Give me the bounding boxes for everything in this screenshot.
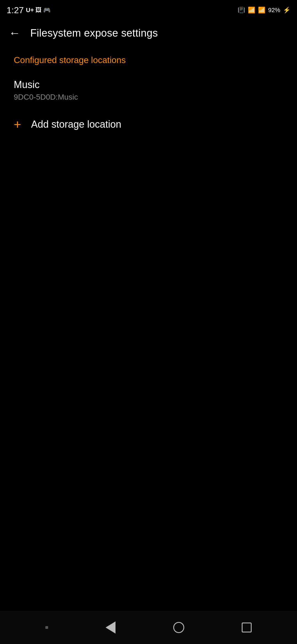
add-storage-button[interactable]: + Add storage location [11,113,286,136]
nav-dot-button [37,623,56,632]
add-storage-label: Add storage location [31,119,121,130]
carrier-badge: U+ [26,7,34,14]
status-icons-left: U+ 🖼 🎮 [26,7,51,14]
back-nav-button[interactable] [97,619,124,636]
wifi-icon: 📶 [248,7,255,14]
signal-icon: 📶 [258,7,265,14]
status-bar-left: 1:27 U+ 🖼 🎮 [7,5,51,15]
nav-dot-icon [45,626,48,629]
home-nav-icon [173,622,184,633]
recent-nav-icon [242,623,252,632]
storage-item-path: 9DC0-5D0D:Music [14,93,283,102]
back-button[interactable]: ← [7,25,23,41]
back-arrow-icon: ← [9,26,20,39]
recent-nav-button[interactable] [233,620,260,635]
status-bar-right: 📳 📶 📶 92% ⚡ [238,7,290,14]
main-content: Configured storage locations Music 9DC0-… [0,47,297,611]
status-time: 1:27 [7,5,24,15]
back-nav-icon [106,621,116,634]
storage-location-item[interactable]: Music 9DC0-5D0D:Music [11,76,286,110]
battery-text: 92% [268,7,280,14]
notification-icon: 🖼 [35,7,42,14]
vibrate-icon: 📳 [238,7,245,14]
status-bar: 1:27 U+ 🖼 🎮 📳 📶 📶 92% ⚡ [0,0,297,19]
nav-bar [0,611,297,644]
add-icon: + [14,118,21,131]
section-header: Configured storage locations [11,55,286,65]
storage-item-name: Music [14,79,283,91]
app-icon: 🎮 [43,7,51,14]
app-bar-title: Filesystem expose settings [30,27,158,39]
charging-icon: ⚡ [283,7,290,14]
home-nav-button[interactable] [165,619,193,636]
app-bar: ← Filesystem expose settings [0,19,297,47]
